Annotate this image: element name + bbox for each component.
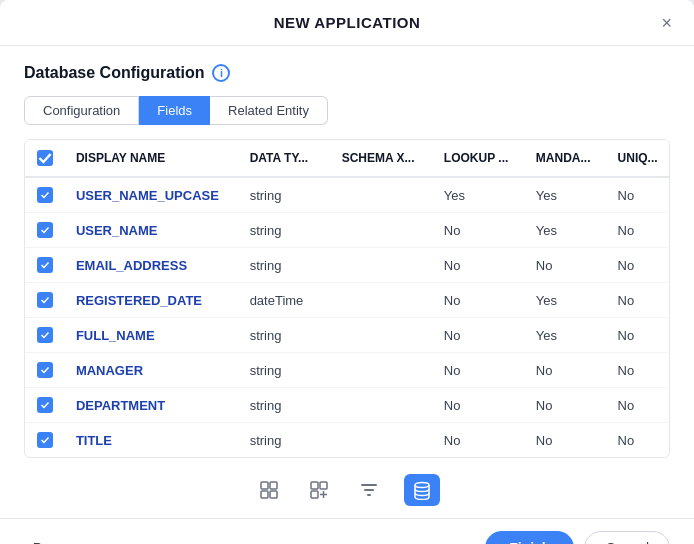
svg-rect-0	[261, 482, 268, 489]
tab-configuration[interactable]: Configuration	[24, 96, 139, 125]
row-display-name-5: MANAGER	[66, 353, 240, 388]
tab-fields[interactable]: Fields	[139, 96, 210, 125]
header-unique: UNIQ...	[608, 140, 669, 177]
prev-button[interactable]: ‹ Prev	[24, 540, 61, 544]
row-schema-x-7	[332, 423, 434, 458]
row-checkbox-6[interactable]	[37, 397, 53, 413]
header-display-name: DISPLAY NAME	[66, 140, 240, 177]
modal-title: NEW APPLICATION	[274, 14, 421, 31]
row-checkbox-cell	[25, 177, 66, 213]
svg-rect-4	[311, 482, 318, 489]
header-mandatory: MANDA...	[526, 140, 608, 177]
row-checkbox-cell	[25, 318, 66, 353]
modal-header: NEW APPLICATION ×	[0, 0, 694, 46]
footer-icons	[0, 458, 694, 518]
row-schema-x-2	[332, 248, 434, 283]
table-header-row: DISPLAY NAME DATA TY... SCHEMA X... LOOK…	[25, 140, 669, 177]
row-lookup-6: No	[434, 388, 526, 423]
row-lookup-7: No	[434, 423, 526, 458]
prev-label: Prev	[33, 540, 62, 544]
header-checkbox[interactable]	[37, 150, 53, 166]
row-checkbox-4[interactable]	[37, 327, 53, 343]
finish-button[interactable]: Finish	[485, 531, 574, 544]
table-row: USER_NAME string No Yes No	[25, 213, 669, 248]
row-checkbox-0[interactable]	[37, 187, 53, 203]
info-icon[interactable]: i	[212, 64, 230, 82]
row-mandatory-6: No	[526, 388, 608, 423]
row-mandatory-2: No	[526, 248, 608, 283]
modal-body: Database Configuration i Configuration F…	[0, 46, 694, 458]
row-checkbox-1[interactable]	[37, 222, 53, 238]
table-row: DEPARTMENT string No No No	[25, 388, 669, 423]
row-display-name-0: USER_NAME_UPCASE	[66, 177, 240, 213]
row-unique-6: No	[608, 388, 669, 423]
row-schema-x-0	[332, 177, 434, 213]
row-unique-1: No	[608, 213, 669, 248]
table-row: MANAGER string No No No	[25, 353, 669, 388]
row-checkbox-cell	[25, 283, 66, 318]
row-checkbox-cell	[25, 213, 66, 248]
filter-icon-button[interactable]	[354, 475, 384, 505]
row-data-type-6: string	[240, 388, 332, 423]
row-lookup-0: Yes	[434, 177, 526, 213]
row-schema-x-6	[332, 388, 434, 423]
close-button[interactable]: ×	[655, 12, 678, 34]
row-unique-0: No	[608, 177, 669, 213]
svg-rect-5	[320, 482, 327, 489]
fields-table: DISPLAY NAME DATA TY... SCHEMA X... LOOK…	[25, 140, 669, 457]
row-mandatory-3: Yes	[526, 283, 608, 318]
grid-plus-icon-button[interactable]	[304, 475, 334, 505]
row-schema-x-4	[332, 318, 434, 353]
prev-chevron-icon: ‹	[24, 540, 29, 544]
row-display-name-7: TITLE	[66, 423, 240, 458]
row-unique-7: No	[608, 423, 669, 458]
row-display-name-1: USER_NAME	[66, 213, 240, 248]
row-lookup-5: No	[434, 353, 526, 388]
row-checkbox-7[interactable]	[37, 432, 53, 448]
svg-rect-6	[311, 491, 318, 498]
row-checkbox-cell	[25, 388, 66, 423]
row-unique-2: No	[608, 248, 669, 283]
row-unique-5: No	[608, 353, 669, 388]
row-schema-x-3	[332, 283, 434, 318]
row-data-type-5: string	[240, 353, 332, 388]
row-data-type-1: string	[240, 213, 332, 248]
row-mandatory-0: Yes	[526, 177, 608, 213]
svg-rect-1	[270, 482, 277, 489]
row-display-name-3: REGISTERED_DATE	[66, 283, 240, 318]
row-lookup-2: No	[434, 248, 526, 283]
header-data-type: DATA TY...	[240, 140, 332, 177]
svg-rect-11	[367, 494, 371, 496]
row-mandatory-5: No	[526, 353, 608, 388]
section-title: Database Configuration i	[24, 64, 670, 82]
row-lookup-4: No	[434, 318, 526, 353]
row-checkbox-2[interactable]	[37, 257, 53, 273]
row-data-type-3: dateTime	[240, 283, 332, 318]
fields-table-wrapper: DISPLAY NAME DATA TY... SCHEMA X... LOOK…	[24, 139, 670, 458]
database-icon-button[interactable]	[404, 474, 440, 506]
row-data-type-0: string	[240, 177, 332, 213]
row-display-name-4: FULL_NAME	[66, 318, 240, 353]
row-data-type-2: string	[240, 248, 332, 283]
svg-rect-2	[261, 491, 268, 498]
table-body: USER_NAME_UPCASE string Yes Yes No USER_…	[25, 177, 669, 457]
tab-related-entity[interactable]: Related Entity	[210, 96, 328, 125]
new-application-modal: NEW APPLICATION × Database Configuration…	[0, 0, 694, 544]
row-schema-x-5	[332, 353, 434, 388]
cancel-button[interactable]: Cancel	[584, 531, 670, 544]
row-checkbox-3[interactable]	[37, 292, 53, 308]
table-row: FULL_NAME string No Yes No	[25, 318, 669, 353]
footer-right-actions: Finish Cancel	[485, 531, 670, 544]
header-schema-x: SCHEMA X...	[332, 140, 434, 177]
row-mandatory-1: Yes	[526, 213, 608, 248]
row-checkbox-cell	[25, 353, 66, 388]
table-row: TITLE string No No No	[25, 423, 669, 458]
header-checkbox-cell	[25, 140, 66, 177]
row-unique-3: No	[608, 283, 669, 318]
table-row: USER_NAME_UPCASE string Yes Yes No	[25, 177, 669, 213]
row-checkbox-5[interactable]	[37, 362, 53, 378]
row-mandatory-7: No	[526, 423, 608, 458]
row-schema-x-1	[332, 213, 434, 248]
grid-icon-button[interactable]	[254, 475, 284, 505]
table-row: REGISTERED_DATE dateTime No Yes No	[25, 283, 669, 318]
